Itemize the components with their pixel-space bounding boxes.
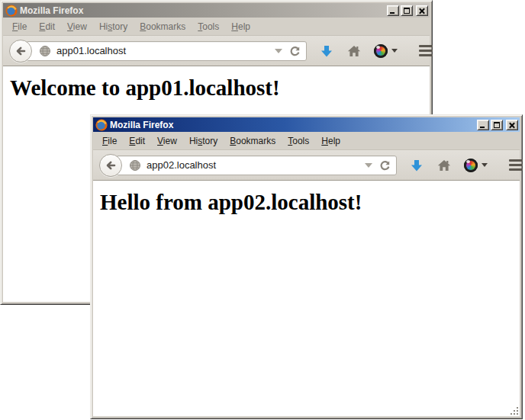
menu-item-edit[interactable]: Edit [123,133,151,149]
minimize-icon [390,12,395,14]
minimize-button[interactable] [387,5,399,16]
menu-item-history[interactable]: History [183,133,224,149]
menu-item-file[interactable]: File [96,133,123,149]
chevron-down-icon[interactable] [391,49,398,53]
page-heading: Hello from app02.localhost! [100,190,520,215]
globe-site-identity-icon[interactable] [129,159,141,172]
history-dropdown-icon[interactable] [365,163,372,168]
window-title: Mozilla Firefox [20,5,83,16]
maximize-button[interactable] [401,5,413,16]
hamburger-menu-icon [509,159,523,162]
menu-item-tools[interactable]: Tools [282,133,315,149]
firefox-logo-icon[interactable] [5,5,18,17]
downloads-button[interactable] [409,158,424,173]
menu-item-view[interactable]: View [151,133,183,149]
home-button[interactable] [346,43,362,59]
menu-item-edit[interactable]: Edit [33,18,61,35]
menu-bar: FileEditViewHistoryBookmarksToolsHelp [93,132,520,149]
history-dropdown-icon[interactable] [275,49,282,53]
extension-color-wheel-icon [464,159,478,172]
open-menu-button[interactable] [416,42,436,59]
back-button[interactable] [9,40,32,63]
menu-item-help[interactable]: Help [225,18,256,35]
menu-bar: FileEditViewHistoryBookmarksToolsHelp [3,18,430,35]
titlebar[interactable]: Mozilla Firefox [3,3,430,18]
extension-button[interactable] [374,44,398,58]
url-bar[interactable]: app01.localhost [26,41,307,61]
minimize-icon [480,127,485,128]
downloads-button[interactable] [319,43,334,59]
menu-item-bookmarks[interactable]: Bookmarks [134,18,192,35]
reload-icon[interactable] [378,159,391,172]
home-icon [436,158,452,173]
back-icon [14,45,27,57]
menu-item-bookmarks[interactable]: Bookmarks [224,133,282,149]
extension-button[interactable] [464,159,488,172]
back-button[interactable] [99,154,122,177]
extension-color-wheel-icon [374,44,388,58]
url-bar[interactable]: app02.localhost [116,155,397,175]
url-input[interactable]: app01.localhost [56,45,275,56]
firefox-logo-icon[interactable] [95,119,108,131]
navigation-toolbar: app02.localhost [93,149,520,181]
maximize-icon [404,8,410,14]
close-button[interactable] [506,120,518,130]
chevron-down-icon[interactable] [482,163,488,167]
maximize-button[interactable] [491,120,503,130]
hamburger-menu-icon [419,45,433,47]
menu-item-view[interactable]: View [61,18,93,35]
home-button[interactable] [436,158,452,173]
home-icon [346,43,362,59]
page-heading: Welcome to app01.localhost! [10,75,430,101]
navigation-toolbar: app01.localhost [3,35,430,66]
download-icon [409,158,424,173]
maximize-icon [494,122,500,128]
globe-site-identity-icon[interactable] [39,45,51,57]
menu-item-history[interactable]: History [93,18,134,35]
firefox-window-app02: Mozilla Firefox FileEditViewHistoryBookm… [90,114,523,419]
minimize-button[interactable] [477,120,489,130]
resize-grip[interactable] [510,406,519,415]
menu-item-file[interactable]: File [6,18,33,35]
reload-icon[interactable] [288,45,301,57]
open-menu-button[interactable] [506,156,525,174]
download-icon [319,43,334,59]
window-title: Mozilla Firefox [110,120,173,130]
menu-item-tools[interactable]: Tools [192,18,225,35]
close-button[interactable] [416,5,428,16]
titlebar[interactable]: Mozilla Firefox [93,117,520,132]
back-icon [105,159,117,172]
url-input[interactable]: app02.localhost [147,159,365,171]
page-content: Hello from app02.localhost! [93,181,520,416]
menu-item-help[interactable]: Help [315,133,346,149]
